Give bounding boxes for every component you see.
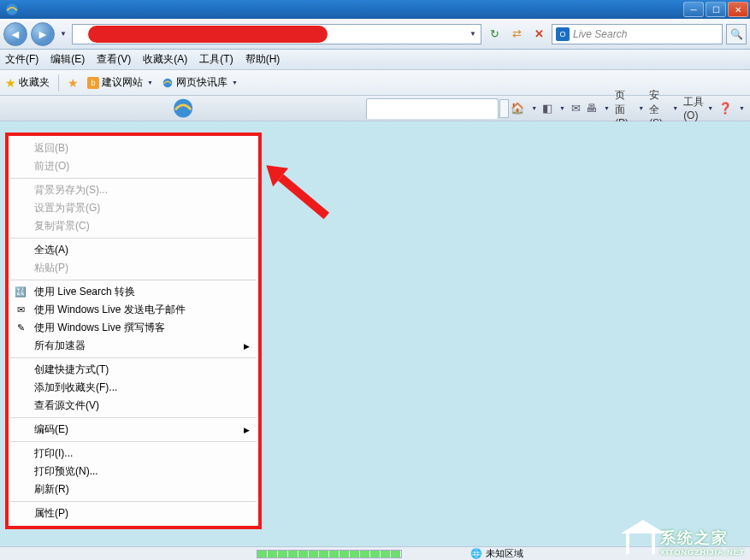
chevron-down-icon: ▼ — [147, 80, 153, 85]
ctx-refresh[interactable]: 刷新(R) — [9, 480, 258, 498]
chevron-down-icon[interactable]: ▼ — [739, 105, 745, 111]
help-button[interactable]: ❓ — [718, 101, 732, 116]
search-placeholder: Live Search — [573, 28, 627, 40]
ctx-encoding[interactable]: 编码(E)▶ — [9, 421, 258, 439]
window-close-button[interactable]: ✕ — [728, 2, 748, 17]
ctx-print[interactable]: 打印(I)... — [9, 445, 258, 463]
favorites-button[interactable]: ★收藏夹 — [5, 75, 50, 90]
tab-ie-icon — [5, 96, 361, 121]
web-slice-link[interactable]: 网页快讯库▼ — [162, 75, 238, 90]
watermark-url: XITONGZHIJIA.NET — [660, 548, 745, 557]
search-box[interactable]: O Live Search — [552, 24, 723, 44]
ctx-properties[interactable]: 属性(P) — [9, 504, 258, 522]
window-minimize-button[interactable]: ─ — [683, 2, 704, 17]
ctx-create-shortcut[interactable]: 创建快捷方式(T) — [9, 361, 258, 379]
blog-icon: ✎ — [14, 321, 27, 335]
address-redacted — [88, 26, 328, 43]
ctx-back: 返回(B) — [9, 139, 258, 157]
browser-tab[interactable] — [366, 98, 499, 119]
live-search-icon: O — [556, 27, 570, 41]
ctx-print-preview[interactable]: 打印预览(N)... — [9, 463, 258, 480]
ctx-save-bg: 背景另存为(S)... — [9, 181, 258, 199]
ctx-view-source[interactable]: 查看源文件(V) — [9, 397, 258, 415]
star-icon: ★ — [5, 76, 16, 90]
separator — [58, 74, 59, 91]
nav-history-dropdown[interactable]: ▼ — [58, 22, 68, 46]
feeds-button[interactable]: ◧ — [542, 101, 552, 116]
watermark: 系统之家 XITONGZHIJIA.NET — [626, 528, 745, 557]
tab-bar: 🏠▼ ◧▼ ✉ 🖶▼ 页面(P)▼ 安全(S)▼ 工具(O)▼ ❓▼ — [0, 96, 750, 121]
ie-logo-icon — [4, 2, 20, 17]
ctx-paste: 粘贴(P) — [9, 259, 258, 277]
search-button[interactable]: 🔍 — [726, 24, 747, 44]
ctx-add-favorites[interactable]: 添加到收藏夹(F)... — [9, 379, 258, 397]
ctx-live-search-convert[interactable]: 🔣使用 Live Search 转换 — [9, 283, 258, 301]
menu-view[interactable]: 查看(V) — [97, 52, 131, 67]
chevron-down-icon[interactable]: ▼ — [604, 105, 610, 111]
new-tab-button[interactable] — [499, 99, 509, 118]
menu-favorites[interactable]: 收藏夹(A) — [143, 52, 187, 67]
ctx-live-blog[interactable]: ✎使用 Windows Live 撰写博客 — [9, 319, 258, 337]
title-bar: ─ ☐ ✕ — [0, 0, 750, 19]
print-button[interactable]: 🖶 — [586, 101, 597, 116]
progress-bar — [257, 550, 402, 558]
chevron-down-icon[interactable]: ▼ — [531, 105, 537, 111]
watermark-name: 系统之家 — [660, 528, 745, 548]
translate-icon: 🔣 — [14, 286, 27, 299]
security-zone-label: 未知区域 — [486, 547, 523, 560]
menu-help[interactable]: 帮助(H) — [245, 52, 281, 67]
home-button[interactable]: 🏠 — [511, 101, 524, 116]
chevron-down-icon[interactable]: ▼ — [559, 105, 565, 111]
ctx-copy-bg: 复制背景(C) — [9, 217, 258, 235]
submenu-arrow-icon: ▶ — [244, 426, 250, 434]
watermark-house-icon — [626, 530, 655, 554]
menu-tools[interactable]: 工具(T) — [199, 52, 233, 67]
submenu-arrow-icon: ▶ — [244, 342, 250, 351]
ctx-live-mail[interactable]: ✉使用 Windows Live 发送电子邮件 — [9, 301, 258, 319]
bing-icon: b — [87, 77, 99, 89]
refresh-button[interactable]: ↻ — [485, 25, 504, 44]
menu-bar: 文件(F) 编辑(E) 查看(V) 收藏夹(A) 工具(T) 帮助(H) — [0, 50, 750, 70]
ctx-all-accelerators[interactable]: 所有加速器▶ — [9, 337, 258, 355]
ctx-forward: 前进(O) — [9, 157, 258, 175]
compatibility-button[interactable]: ⇄ — [507, 25, 526, 44]
address-dropdown-icon[interactable]: ▼ — [467, 30, 479, 38]
menu-file[interactable]: 文件(F) — [5, 52, 38, 67]
ie-small-icon — [162, 77, 174, 89]
stop-button[interactable]: ✕ — [529, 25, 548, 44]
globe-icon: 🌐 — [470, 548, 482, 559]
ctx-select-all[interactable]: 全选(A) — [9, 241, 258, 259]
tools-menu[interactable]: 工具(O)▼ — [683, 95, 713, 121]
context-menu: 返回(B) 前进(O) 背景另存为(S)... 设置为背景(G) 复制背景(C)… — [5, 133, 262, 529]
window-maximize-button[interactable]: ☐ — [706, 2, 726, 17]
suggested-sites-link[interactable]: b建议网站▼ — [87, 75, 153, 90]
address-bar[interactable]: ▼ — [72, 24, 481, 44]
navigation-bar: ◄ ► ▼ ▼ ↻ ⇄ ✕ O Live Search 🔍 — [0, 19, 750, 50]
mail-icon: ✉ — [14, 304, 27, 317]
chevron-down-icon: ▼ — [232, 80, 238, 85]
menu-edit[interactable]: 编辑(E) — [50, 52, 85, 67]
read-mail-button[interactable]: ✉ — [570, 101, 581, 116]
nav-back-button[interactable]: ◄ — [3, 22, 27, 46]
add-favorite-icon[interactable]: ★ — [68, 76, 79, 90]
ctx-set-bg: 设置为背景(G) — [9, 199, 258, 217]
nav-forward-button[interactable]: ► — [31, 22, 55, 46]
